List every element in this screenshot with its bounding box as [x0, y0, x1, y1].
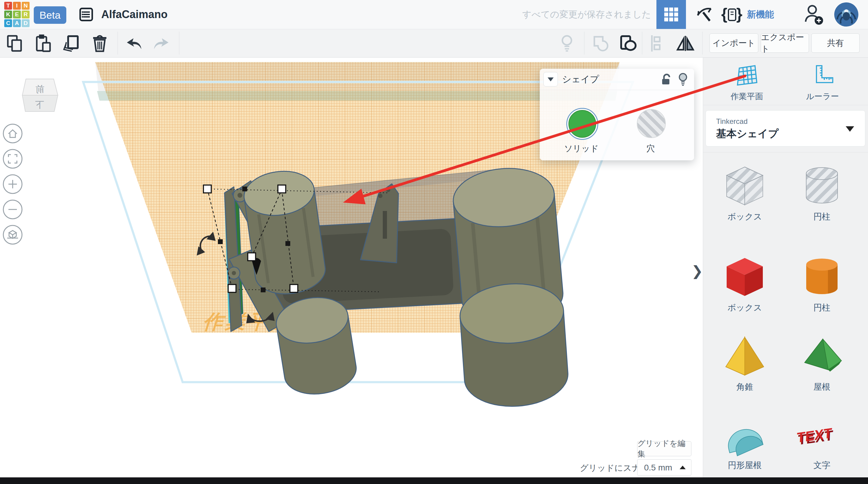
shape-library-sidebar: 作業平面 ルーラー Tinkercad 基本シェイプ ボックス 円柱: [703, 57, 868, 484]
panel-dropdown-button[interactable]: [544, 72, 558, 87]
duplicate-icon[interactable]: [61, 29, 82, 57]
logo-tile: E: [13, 10, 21, 19]
snap-grid-value: 0.5 mm: [644, 463, 672, 473]
shape-item-label: ボックス: [709, 211, 781, 222]
workplane-tool-icon[interactable]: [736, 64, 758, 88]
logo-tile: D: [22, 19, 30, 27]
delete-icon[interactable]: [89, 29, 110, 57]
shape-item-label: 屋根: [786, 381, 858, 393]
svg-text:}: }: [736, 5, 742, 23]
ungroup-icon[interactable]: [617, 29, 640, 57]
view-cube-bottom-label: 下: [35, 100, 44, 110]
edit-grid-button[interactable]: グリッドを編集: [637, 441, 691, 456]
show-all-lightbulb-icon[interactable]: [556, 29, 578, 57]
shape-item-pyramid[interactable]: 角錐: [709, 333, 781, 393]
lightbulb-icon[interactable]: [678, 72, 688, 87]
group-icon[interactable]: [590, 29, 613, 57]
paste-icon[interactable]: [33, 29, 54, 57]
home-view-button[interactable]: [3, 124, 22, 143]
workplane-tool-label[interactable]: 作業平面: [711, 91, 783, 102]
ruler-tool-label[interactable]: ルーラー: [786, 91, 859, 102]
design-list-icon[interactable]: [77, 0, 95, 29]
document-title[interactable]: AlfaCaimano: [101, 0, 167, 29]
scale-handle[interactable]: [290, 284, 298, 292]
shape-item-label: ボックス: [709, 302, 781, 313]
wheel: [458, 280, 570, 410]
shape-item-label: 円柱: [786, 302, 858, 313]
beta-badge[interactable]: Beta: [34, 6, 66, 24]
chevron-up-icon: [680, 465, 686, 469]
chevron-down-icon: [548, 78, 554, 81]
scale-handle[interactable]: [204, 185, 211, 193]
top-app-bar: T I N K E R C A D Beta AlfaCaimano すべての変…: [0, 0, 868, 29]
redo-icon[interactable]: [150, 29, 172, 57]
view-cube-front-label: 前: [35, 84, 44, 94]
scale-handle[interactable]: [228, 284, 236, 292]
solid-label: ソリッド: [551, 143, 612, 154]
save-status: すべての変更が保存されました: [509, 0, 651, 29]
new-features-link[interactable]: 新機能: [747, 0, 774, 29]
snap-grid-dropdown[interactable]: 0.5 mm: [637, 459, 691, 476]
scale-handle-small[interactable]: [218, 239, 223, 244]
shape-item-box[interactable]: ボックス: [709, 254, 781, 313]
codeblocks-icon[interactable]: { }: [718, 0, 747, 29]
tinkercad-logo[interactable]: T I N K E R C A D: [4, 2, 31, 28]
avatar[interactable]: [834, 2, 858, 27]
logo-tile: K: [4, 10, 12, 19]
panel-title: シェイプ: [562, 69, 599, 90]
shape-library-dropdown[interactable]: Tinkercad 基本シェイプ: [706, 110, 865, 147]
logo-tile: R: [22, 10, 30, 19]
shape-item-label: 円形屋根: [709, 460, 781, 471]
minecraft-pickaxe-icon[interactable]: [692, 0, 716, 29]
mirror-icon[interactable]: [673, 29, 698, 57]
scale-handle-small[interactable]: [261, 288, 266, 292]
view-cube[interactable]: 前 下: [22, 79, 58, 112]
dashboard-grid-button-active[interactable]: [656, 0, 686, 29]
workplane-teal-band: [97, 91, 617, 101]
logo-tile: C: [4, 19, 12, 27]
logo-tile: I: [13, 2, 21, 10]
scale-handle[interactable]: [248, 253, 255, 261]
library-name: 基本シェイプ: [716, 127, 778, 141]
collapse-sidebar-chevron[interactable]: ❯: [691, 263, 703, 279]
scale-handle-small[interactable]: [285, 241, 290, 246]
logo-tile: A: [13, 19, 21, 27]
edit-toolbar: インポート エクスポート 共有: [0, 29, 868, 58]
shape-item-round-roof[interactable]: 円形屋根: [709, 412, 781, 471]
hole-swatch[interactable]: [637, 109, 666, 138]
zoom-out-button[interactable]: [3, 200, 22, 219]
undo-icon[interactable]: [124, 29, 145, 57]
unlock-icon[interactable]: [661, 73, 672, 87]
invite-person-icon[interactable]: [801, 0, 828, 29]
bottom-black-strip: [0, 477, 868, 484]
align-icon[interactable]: [646, 29, 667, 57]
shape-item-text[interactable]: TEXT TEXT 文字: [786, 412, 858, 471]
logo-tile: N: [22, 2, 30, 10]
share-button[interactable]: 共有: [811, 33, 860, 53]
ruler-tool-icon[interactable]: [812, 64, 834, 88]
solid-swatch-selected[interactable]: [566, 108, 598, 140]
zoom-in-button[interactable]: [3, 175, 22, 193]
shape-item-label: 円柱: [786, 211, 858, 222]
svg-text:{: {: [721, 5, 727, 23]
chevron-down-icon: [846, 126, 854, 132]
logo-tile: T: [4, 2, 12, 10]
shape-item-box-hole[interactable]: ボックス: [709, 163, 781, 222]
hole-label: 穴: [621, 143, 681, 154]
scale-handle[interactable]: [278, 185, 286, 193]
shape-item-roof[interactable]: 屋根: [786, 333, 858, 393]
shape-inspector-panel: シェイプ ソリッド 穴: [540, 69, 694, 160]
library-brand: Tinkercad: [716, 117, 747, 126]
grid-icon: [664, 7, 679, 22]
perspective-toggle-button[interactable]: [3, 225, 22, 244]
export-button[interactable]: エクスポート: [761, 33, 809, 53]
fit-view-button[interactable]: [3, 149, 22, 168]
scale-handle-small[interactable]: [242, 186, 247, 191]
copy-icon[interactable]: [4, 29, 25, 57]
shape-item-label: 文字: [786, 460, 858, 471]
shape-item-cylinder-hole[interactable]: 円柱: [786, 163, 858, 222]
shape-item-label: 角錐: [709, 381, 781, 393]
shape-item-cylinder[interactable]: 円柱: [786, 254, 858, 313]
import-button[interactable]: インポート: [710, 33, 758, 53]
